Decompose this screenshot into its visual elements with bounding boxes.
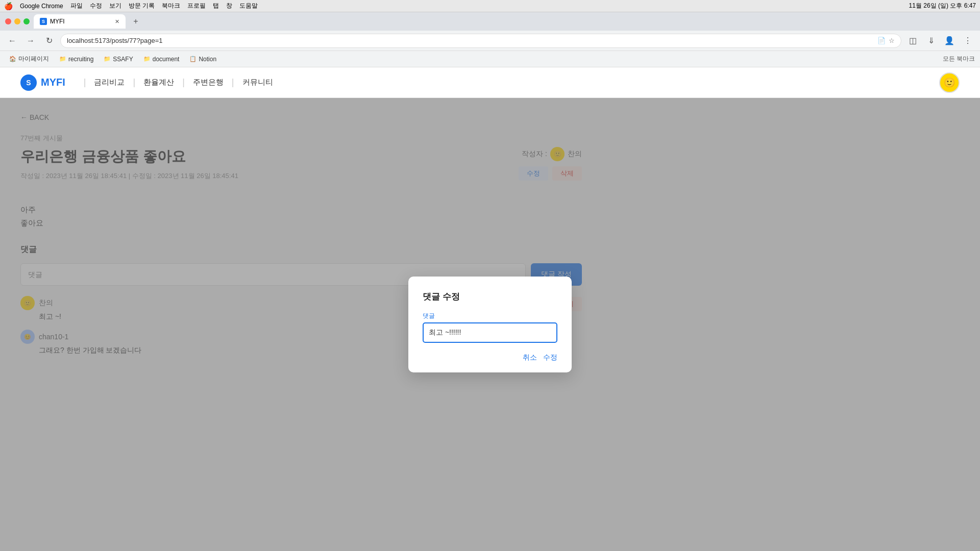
nav-sep-1: | [84,77,86,88]
site-header: S MYFI | 금리비교 | 환율계산 | 주변은행 | 커뮤니티 🙂 [0,67,980,98]
page-content: ← BACK 77번째 게시물 우리은행 금융상품 좋아요 작성일 : 2023… [0,98,980,551]
new-tab-button[interactable]: + [130,15,142,28]
logo-circle-icon: S [20,74,37,91]
chrome-titlebar: S MYFI ✕ + [0,12,980,31]
modal-input-label: 댓글 [423,312,557,320]
back-navigation-button[interactable]: ← [5,34,19,48]
nav-link-exchange[interactable]: 환율계산 [143,78,174,87]
os-menu-history[interactable]: 방문 기록 [129,2,155,10]
ssafy-icon: 📁 [104,56,111,62]
app-content: S MYFI | 금리비교 | 환율계산 | 주변은행 | 커뮤니티 🙂 ← [0,67,980,551]
site-logo-text: MYFI [41,77,65,88]
bookmark-recruiting-label: recruiting [68,56,93,63]
os-menu-chrome[interactable]: Google Chrome [20,3,63,10]
nav-sep-4: | [232,77,234,88]
nav-sep-3: | [182,77,185,88]
notion-icon: 📋 [189,56,197,62]
bookmark-document-label: document [153,56,180,63]
bookmark-ssafy[interactable]: 📁 SSAFY [100,54,137,64]
forward-navigation-button[interactable]: → [23,34,38,48]
header-avatar[interactable]: 🙂 [939,72,960,93]
nav-link-rates[interactable]: 금리비교 [94,78,125,87]
address-bar-icons: 📄 ☆ [877,37,895,44]
nav-link-nearby[interactable]: 주변은행 [193,78,224,87]
all-bookmarks-label: 모든 북마크 [943,55,975,63]
bookmark-notion[interactable]: 📋 Notion [185,54,220,64]
bookmarks-bar: 🏠 마이페이지 📁 recruiting 📁 SSAFY 📁 document … [0,51,980,67]
recruiting-icon: 📁 [59,56,66,62]
os-menu-bookmarks[interactable]: 북마크 [162,2,180,10]
chrome-menu-button[interactable]: ⋮ [961,34,975,48]
bookmark-maipage[interactable]: 🏠 마이페이지 [5,53,53,65]
read-mode-icon: 📄 [877,37,886,44]
os-menu-profile[interactable]: 프로필 [187,2,206,10]
site-nav: | 금리비교 | 환율계산 | 주변은행 | 커뮤니티 [76,77,273,88]
os-menubar-right: 11월 26일 (일) 오후 6:47 [909,2,976,10]
reload-button[interactable]: ↻ [42,34,56,48]
chrome-tab[interactable]: S MYFI ✕ [34,14,126,29]
os-menubar-left: 🍎 Google Chrome 파일 수정 보기 방문 기록 북마크 프로필 탭… [4,2,258,10]
tab-close-button[interactable]: ✕ [115,18,119,25]
document-icon: 📁 [143,56,151,62]
profile-button[interactable]: 👤 [942,34,957,48]
site-logo: S MYFI [20,74,65,91]
window-maximize-button[interactable] [23,18,30,24]
os-menu-view[interactable]: 보기 [109,2,121,10]
modal-overlay: 댓글 수정 댓글 취소 수정 [0,98,980,551]
bookmark-ssafy-label: SSAFY [113,56,133,63]
bookmark-star-icon[interactable]: ☆ [889,37,895,44]
os-datetime: 11월 26일 (일) 오후 6:47 [909,2,976,10]
bookmarks-right: 모든 북마크 [943,55,975,63]
os-menu-file[interactable]: 파일 [70,2,83,10]
modal-cancel-button[interactable]: 취소 [523,353,537,362]
os-menu-tab[interactable]: 탭 [213,2,219,10]
apple-icon: 🍎 [4,2,13,10]
url-text: localhost:5173/posts/77?page=1 [67,37,163,44]
nav-sep-2: | [133,77,135,88]
bookmark-maipage-label: 마이페이지 [18,55,49,63]
bookmark-document[interactable]: 📁 document [139,54,184,64]
modal-title: 댓글 수정 [423,291,557,303]
window-minimize-button[interactable] [14,18,20,24]
nav-link-community[interactable]: 커뮤니티 [242,78,273,87]
window-controls [5,18,30,24]
chrome-window: S MYFI ✕ + ← → ↻ localhost:5173/posts/77… [0,12,980,551]
downloads-button[interactable]: ⇓ [924,34,938,48]
bookmark-notion-label: Notion [199,56,216,63]
comment-edit-modal: 댓글 수정 댓글 취소 수정 [408,277,572,372]
maipage-icon: 🏠 [9,56,16,62]
os-menubar: 🍎 Google Chrome 파일 수정 보기 방문 기록 북마크 프로필 탭… [0,0,980,12]
chrome-toolbar: ← → ↻ localhost:5173/posts/77?page=1 📄 ☆… [0,31,980,51]
modal-actions: 취소 수정 [423,353,557,362]
tab-favicon: S [40,18,47,25]
modal-confirm-button[interactable]: 수정 [543,353,557,362]
modal-comment-input[interactable] [423,322,557,343]
extensions-button[interactable]: ◫ [905,34,920,48]
os-menu-edit[interactable]: 수정 [90,2,102,10]
os-menu-window[interactable]: 창 [226,2,232,10]
window-close-button[interactable] [5,18,11,24]
tab-label: MYFI [50,18,65,25]
os-menu-help[interactable]: 도움말 [239,2,258,10]
address-bar[interactable]: localhost:5173/posts/77?page=1 📄 ☆ [60,34,901,48]
bookmark-recruiting[interactable]: 📁 recruiting [55,54,97,64]
